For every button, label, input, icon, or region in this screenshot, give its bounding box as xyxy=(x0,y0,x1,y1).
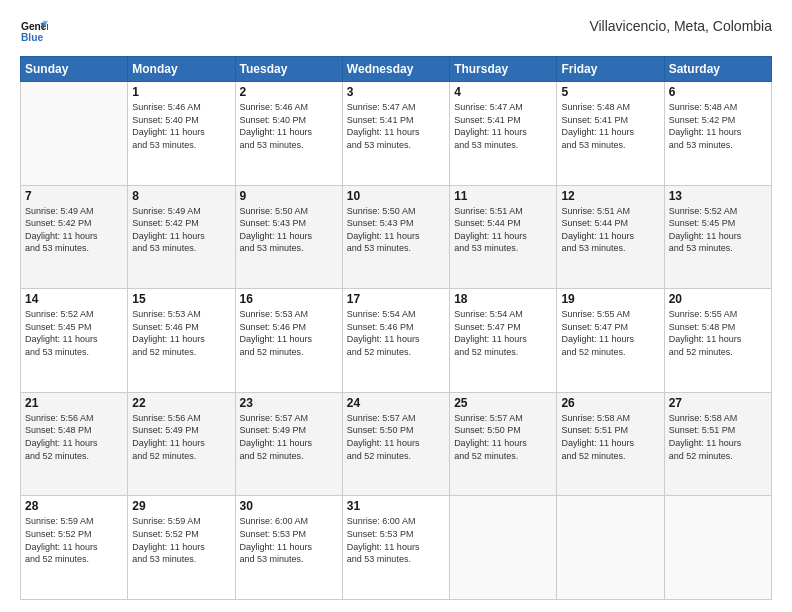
calendar-cell: 22Sunrise: 5:56 AM Sunset: 5:49 PM Dayli… xyxy=(128,392,235,496)
calendar-cell: 10Sunrise: 5:50 AM Sunset: 5:43 PM Dayli… xyxy=(342,185,449,289)
calendar-cell: 13Sunrise: 5:52 AM Sunset: 5:45 PM Dayli… xyxy=(664,185,771,289)
day-info: Sunrise: 5:53 AM Sunset: 5:46 PM Dayligh… xyxy=(240,308,338,358)
day-info: Sunrise: 5:56 AM Sunset: 5:48 PM Dayligh… xyxy=(25,412,123,462)
day-info: Sunrise: 5:59 AM Sunset: 5:52 PM Dayligh… xyxy=(132,515,230,565)
day-info: Sunrise: 5:55 AM Sunset: 5:47 PM Dayligh… xyxy=(561,308,659,358)
day-info: Sunrise: 5:49 AM Sunset: 5:42 PM Dayligh… xyxy=(132,205,230,255)
day-number: 8 xyxy=(132,189,230,203)
column-header-thursday: Thursday xyxy=(450,57,557,82)
calendar-cell: 12Sunrise: 5:51 AM Sunset: 5:44 PM Dayli… xyxy=(557,185,664,289)
day-info: Sunrise: 5:51 AM Sunset: 5:44 PM Dayligh… xyxy=(454,205,552,255)
day-number: 27 xyxy=(669,396,767,410)
column-header-friday: Friday xyxy=(557,57,664,82)
day-number: 20 xyxy=(669,292,767,306)
day-number: 24 xyxy=(347,396,445,410)
day-info: Sunrise: 5:54 AM Sunset: 5:47 PM Dayligh… xyxy=(454,308,552,358)
day-number: 10 xyxy=(347,189,445,203)
day-number: 5 xyxy=(561,85,659,99)
column-header-tuesday: Tuesday xyxy=(235,57,342,82)
day-number: 16 xyxy=(240,292,338,306)
calendar-cell: 18Sunrise: 5:54 AM Sunset: 5:47 PM Dayli… xyxy=(450,289,557,393)
day-info: Sunrise: 5:50 AM Sunset: 5:43 PM Dayligh… xyxy=(347,205,445,255)
calendar-cell: 24Sunrise: 5:57 AM Sunset: 5:50 PM Dayli… xyxy=(342,392,449,496)
day-number: 14 xyxy=(25,292,123,306)
calendar-cell: 8Sunrise: 5:49 AM Sunset: 5:42 PM Daylig… xyxy=(128,185,235,289)
calendar-cell: 16Sunrise: 5:53 AM Sunset: 5:46 PM Dayli… xyxy=(235,289,342,393)
day-info: Sunrise: 5:57 AM Sunset: 5:50 PM Dayligh… xyxy=(347,412,445,462)
day-info: Sunrise: 5:58 AM Sunset: 5:51 PM Dayligh… xyxy=(561,412,659,462)
calendar-cell: 4Sunrise: 5:47 AM Sunset: 5:41 PM Daylig… xyxy=(450,82,557,186)
day-info: Sunrise: 5:58 AM Sunset: 5:51 PM Dayligh… xyxy=(669,412,767,462)
day-info: Sunrise: 5:49 AM Sunset: 5:42 PM Dayligh… xyxy=(25,205,123,255)
day-number: 13 xyxy=(669,189,767,203)
day-number: 4 xyxy=(454,85,552,99)
day-number: 21 xyxy=(25,396,123,410)
day-info: Sunrise: 5:57 AM Sunset: 5:49 PM Dayligh… xyxy=(240,412,338,462)
calendar-cell: 9Sunrise: 5:50 AM Sunset: 5:43 PM Daylig… xyxy=(235,185,342,289)
page-header: General Blue Villavicencio, Meta, Colomb… xyxy=(20,18,772,46)
calendar-table: SundayMondayTuesdayWednesdayThursdayFrid… xyxy=(20,56,772,600)
day-number: 7 xyxy=(25,189,123,203)
calendar-cell: 19Sunrise: 5:55 AM Sunset: 5:47 PM Dayli… xyxy=(557,289,664,393)
day-number: 28 xyxy=(25,499,123,513)
calendar-cell: 25Sunrise: 5:57 AM Sunset: 5:50 PM Dayli… xyxy=(450,392,557,496)
calendar-cell: 27Sunrise: 5:58 AM Sunset: 5:51 PM Dayli… xyxy=(664,392,771,496)
calendar-cell: 28Sunrise: 5:59 AM Sunset: 5:52 PM Dayli… xyxy=(21,496,128,600)
location-subtitle: Villavicencio, Meta, Colombia xyxy=(589,18,772,34)
day-info: Sunrise: 5:48 AM Sunset: 5:41 PM Dayligh… xyxy=(561,101,659,151)
day-number: 3 xyxy=(347,85,445,99)
calendar-cell xyxy=(450,496,557,600)
calendar-body: 1Sunrise: 5:46 AM Sunset: 5:40 PM Daylig… xyxy=(21,82,772,600)
calendar-cell: 7Sunrise: 5:49 AM Sunset: 5:42 PM Daylig… xyxy=(21,185,128,289)
day-number: 22 xyxy=(132,396,230,410)
day-info: Sunrise: 5:57 AM Sunset: 5:50 PM Dayligh… xyxy=(454,412,552,462)
day-info: Sunrise: 5:59 AM Sunset: 5:52 PM Dayligh… xyxy=(25,515,123,565)
calendar-cell: 14Sunrise: 5:52 AM Sunset: 5:45 PM Dayli… xyxy=(21,289,128,393)
day-info: Sunrise: 6:00 AM Sunset: 5:53 PM Dayligh… xyxy=(347,515,445,565)
calendar-cell: 2Sunrise: 5:46 AM Sunset: 5:40 PM Daylig… xyxy=(235,82,342,186)
calendar-cell: 20Sunrise: 5:55 AM Sunset: 5:48 PM Dayli… xyxy=(664,289,771,393)
week-row-5: 28Sunrise: 5:59 AM Sunset: 5:52 PM Dayli… xyxy=(21,496,772,600)
day-number: 26 xyxy=(561,396,659,410)
week-row-3: 14Sunrise: 5:52 AM Sunset: 5:45 PM Dayli… xyxy=(21,289,772,393)
day-info: Sunrise: 5:46 AM Sunset: 5:40 PM Dayligh… xyxy=(132,101,230,151)
calendar-cell: 5Sunrise: 5:48 AM Sunset: 5:41 PM Daylig… xyxy=(557,82,664,186)
day-number: 12 xyxy=(561,189,659,203)
day-info: Sunrise: 5:50 AM Sunset: 5:43 PM Dayligh… xyxy=(240,205,338,255)
day-number: 15 xyxy=(132,292,230,306)
day-number: 2 xyxy=(240,85,338,99)
day-info: Sunrise: 5:46 AM Sunset: 5:40 PM Dayligh… xyxy=(240,101,338,151)
day-number: 17 xyxy=(347,292,445,306)
day-number: 9 xyxy=(240,189,338,203)
calendar-cell: 1Sunrise: 5:46 AM Sunset: 5:40 PM Daylig… xyxy=(128,82,235,186)
day-number: 30 xyxy=(240,499,338,513)
day-info: Sunrise: 5:55 AM Sunset: 5:48 PM Dayligh… xyxy=(669,308,767,358)
calendar-cell: 26Sunrise: 5:58 AM Sunset: 5:51 PM Dayli… xyxy=(557,392,664,496)
calendar-cell: 31Sunrise: 6:00 AM Sunset: 5:53 PM Dayli… xyxy=(342,496,449,600)
calendar-cell: 23Sunrise: 5:57 AM Sunset: 5:49 PM Dayli… xyxy=(235,392,342,496)
calendar-cell: 3Sunrise: 5:47 AM Sunset: 5:41 PM Daylig… xyxy=(342,82,449,186)
column-header-sunday: Sunday xyxy=(21,57,128,82)
calendar-page: General Blue Villavicencio, Meta, Colomb… xyxy=(0,0,792,612)
day-number: 23 xyxy=(240,396,338,410)
logo-icon: General Blue xyxy=(20,18,48,46)
day-number: 31 xyxy=(347,499,445,513)
day-number: 1 xyxy=(132,85,230,99)
calendar-header-row: SundayMondayTuesdayWednesdayThursdayFrid… xyxy=(21,57,772,82)
calendar-cell: 30Sunrise: 6:00 AM Sunset: 5:53 PM Dayli… xyxy=(235,496,342,600)
calendar-cell: 15Sunrise: 5:53 AM Sunset: 5:46 PM Dayli… xyxy=(128,289,235,393)
column-header-wednesday: Wednesday xyxy=(342,57,449,82)
column-header-saturday: Saturday xyxy=(664,57,771,82)
day-info: Sunrise: 5:47 AM Sunset: 5:41 PM Dayligh… xyxy=(347,101,445,151)
day-info: Sunrise: 6:00 AM Sunset: 5:53 PM Dayligh… xyxy=(240,515,338,565)
day-info: Sunrise: 5:53 AM Sunset: 5:46 PM Dayligh… xyxy=(132,308,230,358)
week-row-1: 1Sunrise: 5:46 AM Sunset: 5:40 PM Daylig… xyxy=(21,82,772,186)
day-info: Sunrise: 5:54 AM Sunset: 5:46 PM Dayligh… xyxy=(347,308,445,358)
week-row-2: 7Sunrise: 5:49 AM Sunset: 5:42 PM Daylig… xyxy=(21,185,772,289)
day-number: 25 xyxy=(454,396,552,410)
calendar-cell: 6Sunrise: 5:48 AM Sunset: 5:42 PM Daylig… xyxy=(664,82,771,186)
calendar-cell: 17Sunrise: 5:54 AM Sunset: 5:46 PM Dayli… xyxy=(342,289,449,393)
day-info: Sunrise: 5:48 AM Sunset: 5:42 PM Dayligh… xyxy=(669,101,767,151)
svg-text:Blue: Blue xyxy=(21,32,44,43)
calendar-cell: 21Sunrise: 5:56 AM Sunset: 5:48 PM Dayli… xyxy=(21,392,128,496)
